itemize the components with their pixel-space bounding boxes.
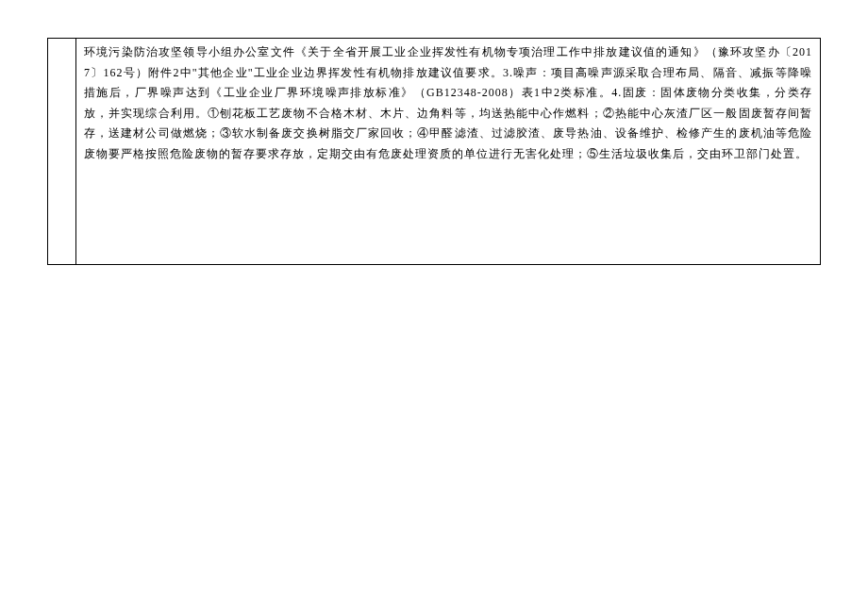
body-paragraph: 环境污染防治攻坚领导小组办公室文件《关于全省开展工业企业挥发性有机物专项治理工作…	[84, 42, 812, 165]
left-cell	[48, 39, 76, 265]
document-table: 环境污染防治攻坚领导小组办公室文件《关于全省开展工业企业挥发性有机物专项治理工作…	[47, 38, 821, 265]
content-cell: 环境污染防治攻坚领导小组办公室文件《关于全省开展工业企业挥发性有机物专项治理工作…	[76, 39, 821, 265]
table-row: 环境污染防治攻坚领导小组办公室文件《关于全省开展工业企业挥发性有机物专项治理工作…	[48, 39, 821, 265]
